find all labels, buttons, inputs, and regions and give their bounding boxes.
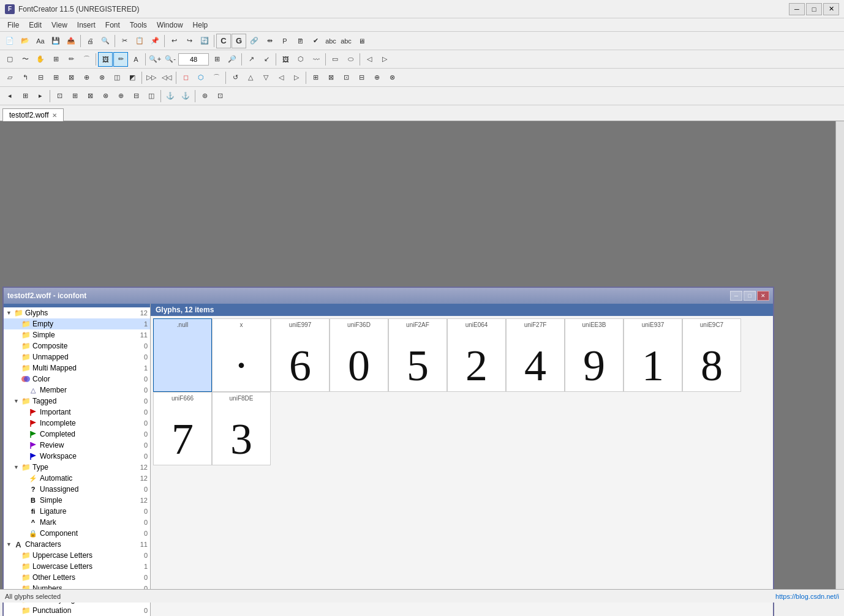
tree-item[interactable]: 📁Lowercase Letters1 bbox=[4, 561, 150, 572]
e12[interactable]: ⚓ bbox=[178, 89, 193, 103]
paste-button[interactable]: 📌 bbox=[148, 34, 162, 48]
menu-edit[interactable]: Edit bbox=[24, 20, 47, 31]
rect-btn[interactable]: ▭ bbox=[328, 52, 342, 67]
tree-item[interactable]: 📁Composite0 bbox=[4, 340, 150, 351]
glyph-cell[interactable]: uniE9C78 bbox=[682, 318, 741, 392]
doc-minimize-btn[interactable]: ─ bbox=[730, 291, 742, 301]
freehand-btn[interactable]: 〜 bbox=[18, 52, 32, 67]
tree-item[interactable]: Color0 bbox=[4, 374, 150, 385]
glyph-cell[interactable]: uniE9371 bbox=[624, 318, 682, 392]
check-button[interactable]: ✔ bbox=[308, 34, 323, 48]
cut-button[interactable]: ✂ bbox=[117, 34, 132, 48]
tree-item[interactable]: Important0 bbox=[4, 407, 150, 418]
expand-icon[interactable]: ▼ bbox=[13, 398, 20, 404]
tree-item[interactable]: 📁Simple11 bbox=[4, 329, 150, 340]
tree-item[interactable]: ▼📁Glyphs12 bbox=[4, 307, 150, 318]
menu-help[interactable]: Help bbox=[188, 20, 213, 31]
e2[interactable]: ⊞ bbox=[18, 89, 32, 103]
copy-button[interactable]: 📋 bbox=[132, 34, 147, 48]
font-preview-button[interactable]: Aa bbox=[33, 34, 48, 48]
r9[interactable]: ⊟ bbox=[354, 70, 369, 85]
tree-item[interactable]: ?Unassigned0 bbox=[4, 484, 150, 495]
tree-item[interactable]: 📁Uppercase Letters0 bbox=[4, 550, 150, 561]
r11[interactable]: ⊗ bbox=[385, 70, 399, 85]
glyph-g-button[interactable]: G bbox=[232, 34, 246, 48]
tree-item[interactable]: ▼ACharacters11 bbox=[4, 539, 150, 550]
tree-item[interactable]: Completed0 bbox=[4, 429, 150, 440]
menu-file[interactable]: File bbox=[2, 20, 24, 31]
zoom-out-btn[interactable]: 🔍- bbox=[163, 52, 178, 67]
t3[interactable]: ⊟ bbox=[33, 70, 48, 85]
t8[interactable]: ◫ bbox=[110, 70, 124, 85]
t1[interactable]: ▱ bbox=[2, 70, 17, 85]
tree-item[interactable]: △Member0 bbox=[4, 385, 150, 396]
monitor-button[interactable]: 🖥 bbox=[354, 34, 369, 48]
erase-btn[interactable]: ◻ bbox=[178, 70, 193, 85]
t2[interactable]: ↰ bbox=[18, 70, 32, 85]
r1[interactable]: ↺ bbox=[228, 70, 243, 85]
zoom-in-btn[interactable]: 🔍+ bbox=[148, 52, 162, 67]
maximize-button[interactable]: □ bbox=[806, 3, 822, 15]
tree-item[interactable]: Incomplete0 bbox=[4, 418, 150, 429]
e14[interactable]: ⊡ bbox=[213, 89, 227, 103]
r2[interactable]: △ bbox=[243, 70, 258, 85]
r6[interactable]: ⊞ bbox=[308, 70, 323, 85]
e7[interactable]: ⊗ bbox=[98, 89, 113, 103]
tree-item[interactable]: 📁Multi Mapped1 bbox=[4, 362, 150, 374]
r3[interactable]: ▽ bbox=[258, 70, 273, 85]
tree-item[interactable]: Review0 bbox=[4, 440, 150, 451]
open-button[interactable]: 📂 bbox=[18, 34, 32, 48]
kern-button[interactable]: ⇹ bbox=[262, 34, 277, 48]
fwd-btn[interactable]: ▷ bbox=[377, 52, 392, 67]
undo-button[interactable]: ↩ bbox=[167, 34, 181, 48]
e5[interactable]: ⊞ bbox=[67, 89, 82, 103]
r8[interactable]: ⊡ bbox=[339, 70, 353, 85]
glyph-cell[interactable]: uniF8DE3 bbox=[212, 392, 271, 465]
glyph-cell[interactable]: .null bbox=[153, 318, 212, 392]
guides-btn[interactable]: ⊞ bbox=[48, 52, 63, 67]
tree-item[interactable]: ⚡Automatic12 bbox=[4, 473, 150, 484]
e10[interactable]: ◫ bbox=[144, 89, 159, 103]
save-button[interactable]: 💾 bbox=[48, 34, 63, 48]
glyph-cell[interactable]: x· bbox=[212, 318, 271, 392]
repeat-button[interactable]: 🔄 bbox=[197, 34, 212, 48]
tree-item[interactable]: BSimple12 bbox=[4, 495, 150, 506]
ellipse-btn[interactable]: ⬭ bbox=[343, 52, 358, 67]
e13[interactable]: ⊛ bbox=[197, 89, 212, 103]
tree-item[interactable]: fiLigature0 bbox=[4, 506, 150, 517]
e11[interactable]: ⚓ bbox=[163, 89, 178, 103]
glyph-cell[interactable]: uniF36D0 bbox=[330, 318, 388, 392]
e1[interactable]: ◂ bbox=[2, 89, 17, 103]
expand-icon[interactable]: ▼ bbox=[6, 310, 12, 316]
insert-img-btn[interactable]: 🖼 bbox=[278, 52, 293, 67]
menu-window[interactable]: Window bbox=[152, 20, 188, 31]
t4[interactable]: ⊞ bbox=[48, 70, 63, 85]
tree-item[interactable]: 🔒Component0 bbox=[4, 528, 150, 539]
t11[interactable]: ◁◁ bbox=[159, 70, 174, 85]
r5[interactable]: ▷ bbox=[289, 70, 304, 85]
print-button[interactable]: 🖨 bbox=[83, 34, 97, 48]
e8[interactable]: ⊕ bbox=[113, 89, 128, 103]
new-button[interactable]: 📄 bbox=[2, 34, 17, 48]
t10[interactable]: ▷▷ bbox=[144, 70, 159, 85]
glyph-cell[interactable]: uniF27F4 bbox=[506, 318, 565, 392]
image-btn[interactable]: 🖼 bbox=[98, 52, 113, 67]
test-button[interactable]: 🖹 bbox=[293, 34, 307, 48]
link-button[interactable]: 🔗 bbox=[247, 34, 262, 48]
arrow-btn[interactable]: ↗ bbox=[244, 52, 258, 67]
menu-font[interactable]: Font bbox=[100, 20, 125, 31]
tab-close-icon[interactable]: ✕ bbox=[52, 112, 57, 119]
curve2-btn[interactable]: ↙ bbox=[259, 52, 274, 67]
zoom-input[interactable] bbox=[178, 53, 209, 66]
close-button[interactable]: ✕ bbox=[823, 3, 839, 15]
expand-icon[interactable]: ▼ bbox=[13, 464, 20, 470]
pan-btn[interactable]: ✋ bbox=[33, 52, 48, 67]
glyph-c-button[interactable]: C bbox=[216, 34, 231, 48]
text-btn[interactable]: A bbox=[129, 52, 143, 67]
e3[interactable]: ▸ bbox=[33, 89, 48, 103]
menu-view[interactable]: View bbox=[47, 20, 72, 31]
tab-testotf2[interactable]: testotf2.woff ✕ bbox=[2, 108, 64, 121]
glyph-cell[interactable]: uniF6667 bbox=[153, 392, 212, 465]
r4[interactable]: ◁ bbox=[274, 70, 288, 85]
t7[interactable]: ⊗ bbox=[94, 70, 109, 85]
